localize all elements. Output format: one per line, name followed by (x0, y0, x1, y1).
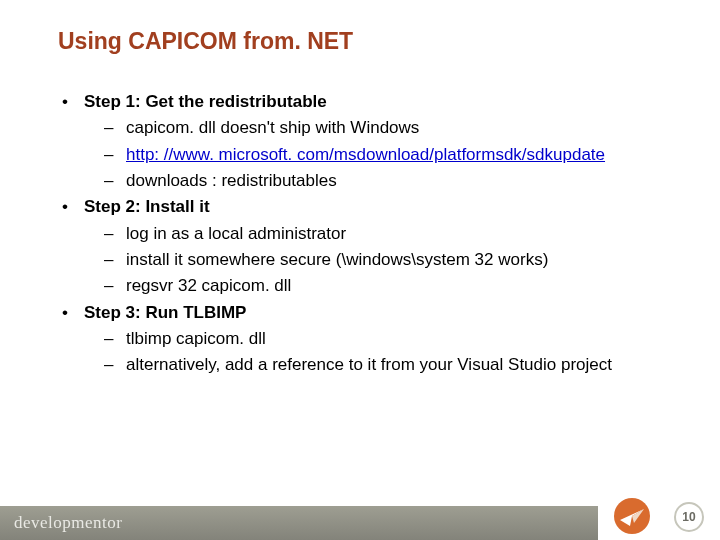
list-item: http: //www. microsoft. com/msdownload/p… (104, 142, 690, 168)
list-text: capicom. dll doesn't ship with Windows (126, 118, 419, 137)
step-label: Step 2: Install it (84, 197, 210, 216)
step-1: Step 1: Get the redistributable capicom.… (58, 89, 690, 194)
list-item: alternatively, add a reference to it fro… (104, 352, 690, 378)
link[interactable]: http: //www. microsoft. com/msdownload/p… (126, 145, 605, 164)
bullet-list: Step 1: Get the redistributable capicom.… (58, 89, 690, 379)
slide-title: Using CAPICOM from. NET (58, 28, 690, 55)
slide-body: Step 1: Get the redistributable capicom.… (58, 89, 690, 379)
list-text: downloads : redistributables (126, 171, 337, 190)
step-label: Step 1: Get the redistributable (84, 92, 327, 111)
paper-plane-icon (612, 496, 652, 536)
footer: developmentor 10 (0, 498, 720, 540)
sub-list: log in as a local administrator install … (84, 221, 690, 300)
sub-list: tlbimp capicom. dll alternatively, add a… (84, 326, 690, 379)
list-item: log in as a local administrator (104, 221, 690, 247)
step-label: Step 3: Run TLBIMP (84, 303, 246, 322)
list-text: regsvr 32 capicom. dll (126, 276, 291, 295)
footer-bar: developmentor (0, 506, 598, 540)
list-text: install it somewhere secure (\windows\sy… (126, 250, 548, 269)
list-item: downloads : redistributables (104, 168, 690, 194)
list-item: install it somewhere secure (\windows\sy… (104, 247, 690, 273)
page-number: 10 (674, 502, 704, 532)
list-item: tlbimp capicom. dll (104, 326, 690, 352)
step-3: Step 3: Run TLBIMP tlbimp capicom. dll a… (58, 300, 690, 379)
list-text: tlbimp capicom. dll (126, 329, 266, 348)
sub-list: capicom. dll doesn't ship with Windows h… (84, 115, 690, 194)
list-text: alternatively, add a reference to it fro… (126, 355, 612, 374)
list-text: log in as a local administrator (126, 224, 346, 243)
step-2: Step 2: Install it log in as a local adm… (58, 194, 690, 299)
brand-logo: developmentor (14, 513, 122, 533)
slide: Using CAPICOM from. NET Step 1: Get the … (0, 0, 720, 540)
list-item: regsvr 32 capicom. dll (104, 273, 690, 299)
list-item: capicom. dll doesn't ship with Windows (104, 115, 690, 141)
